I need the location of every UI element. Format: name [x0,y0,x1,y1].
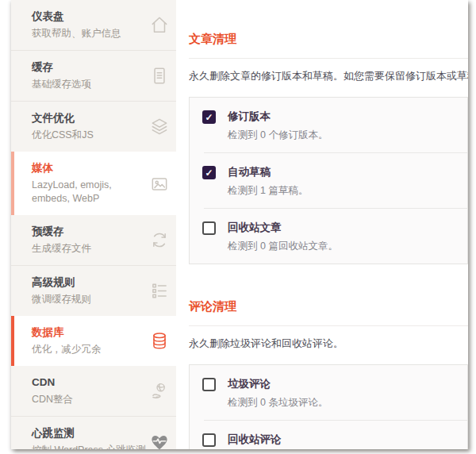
sidebar-item-cdn[interactable]: CDN CDN整合 [11,366,176,416]
sidebar-item-title: 数据库 [32,325,144,340]
sidebar-item-subtitle: 微调缓存规则 [32,293,144,306]
sidebar-item-title: 文件优化 [32,111,144,125]
home-icon [148,14,170,36]
checkbox-panel: 垃圾评论 检测到 0 条垃圾评论。 回收站评论 检测到 0 条回收站评论。 [189,364,468,449]
sidebar-item-subtitle: 生成缓存文件 [32,242,144,256]
option-row-revisions: 修订版本 检测到 0 个修订版本。 [190,98,467,152]
revisions-checkbox[interactable] [202,110,216,124]
auto-drafts-checkbox[interactable] [202,166,216,179]
layers-icon [148,116,170,137]
option-row-trashed-posts: 回收站文章 检测到 0 篇回收站文章。 [190,209,467,264]
section-comments-cleanup: 评论清理 永久删除垃圾评论和回收站评论。 垃圾评论 检测到 0 条垃圾评论。 [189,294,468,449]
option-row-trashed-comments: 回收站评论 检测到 0 条回收站评论。 [190,421,467,449]
database-icon [148,330,170,352]
option-row-auto-drafts: 自动草稿 检测到 1 篇草稿。 [190,153,467,208]
trashed-posts-checkbox[interactable] [202,221,216,235]
sync-icon [148,229,170,251]
option-row-spam-comments: 垃圾评论 检测到 0 条垃圾评论。 [190,365,467,420]
section-post-cleanup: 文章清理 永久删除文章的修订版本和草稿。如您需要保留修订版本或草稿 修订版本 检… [189,27,468,264]
option-detail: 检测到 0 个修订版本。 [228,129,328,141]
sidebar-item-cache[interactable]: 缓存 基础缓存选项 [11,50,176,101]
heartbeat-icon [148,431,170,449]
sidebar-item-title: 心跳监测 [32,426,144,441]
sidebar-item-subtitle: 优化CSS和JS [32,129,144,142]
sidebar-item-subtitle: LazyLoad, emojis, embeds, WebP [32,179,144,206]
settings-container: 仪表盘 获取帮助、账户信息 缓存 基础缓存选项 文件优化 [11,0,468,449]
document-icon [148,65,170,87]
sidebar-item-subtitle: 控制 WordPress 心跳监测 [32,444,144,449]
checkbox-panel: 修订版本 检测到 0 个修订版本。 自动草稿 检测到 1 篇草稿。 [189,97,468,264]
option-detail: 检测到 0 条垃圾评论。 [228,397,328,409]
sidebar-item-media[interactable]: 媒体 LazyLoad, emojis, embeds, WebP [11,152,176,215]
checklist-icon [148,280,170,302]
media-icon [148,173,170,194]
option-label[interactable]: 垃圾评论 [228,377,328,391]
sidebar-item-advanced-rules[interactable]: 高级规则 微调缓存规则 [11,265,176,316]
sidebar-item-title: 仪表盘 [32,10,144,24]
sidebar-item-preload[interactable]: 预缓存 生成缓存文件 [11,215,176,265]
sidebar-item-title: 媒体 [32,161,144,175]
sidebar-item-title: 高级规则 [32,275,144,290]
option-detail: 检测到 1 篇草稿。 [228,185,308,197]
database-settings-panel: 文章清理 永久删除文章的修订版本和草稿。如您需要保留修订版本或草稿 修订版本 检… [176,0,468,449]
sidebar-item-title: 预缓存 [32,225,144,239]
section-heading: 文章清理 [189,27,468,59]
option-label[interactable]: 自动草稿 [228,165,308,179]
section-description: 永久删除垃圾评论和回收站评论。 [189,337,468,351]
sidebar-item-subtitle: CDN整合 [32,393,144,406]
sidebar-item-database[interactable]: 数据库 优化，减少冗余 [11,316,176,366]
sidebar-item-subtitle: 基础缓存选项 [32,78,144,91]
sidebar-item-file-optimization[interactable]: 文件优化 优化CSS和JS [11,101,176,152]
option-label[interactable]: 回收站文章 [228,221,338,234]
option-label[interactable]: 回收站评论 [228,433,338,446]
sidebar-item-title: CDN [32,375,144,390]
cdn-icon [148,380,170,402]
settings-page: 仪表盘 获取帮助、账户信息 缓存 基础缓存选项 文件优化 [0,0,476,454]
section-heading: 评论清理 [189,294,468,326]
section-description: 永久删除文章的修订版本和草稿。如您需要保留修订版本或草稿 [189,69,468,83]
trashed-comments-checkbox[interactable] [202,433,216,447]
sidebar-item-dashboard[interactable]: 仪表盘 获取帮助、账户信息 [11,0,176,50]
sidebar-item-heartbeat[interactable]: 心跳监测 控制 WordPress 心跳监测 [11,416,176,449]
sidebar-item-subtitle: 优化，减少冗余 [32,343,144,356]
option-label[interactable]: 修订版本 [228,110,328,123]
option-detail: 检测到 0 篇回收站文章。 [228,240,338,252]
sidebar-item-subtitle: 获取帮助、账户信息 [32,27,144,40]
spam-comments-checkbox[interactable] [202,378,216,391]
sidebar-nav: 仪表盘 获取帮助、账户信息 缓存 基础缓存选项 文件优化 [11,0,176,449]
sidebar-item-title: 缓存 [32,60,144,75]
